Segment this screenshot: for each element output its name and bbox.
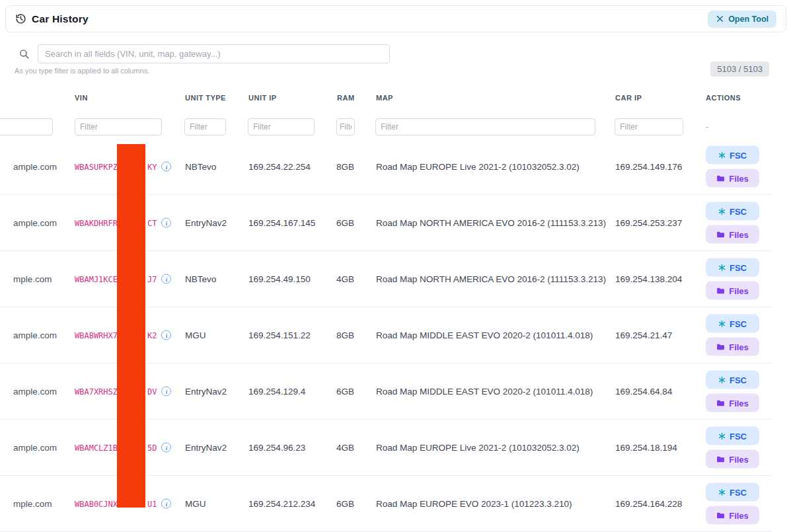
cell-actions: FSC Files xyxy=(706,202,759,244)
fsc-icon xyxy=(718,432,726,439)
folder-icon xyxy=(716,174,725,182)
table-row: ample.com WBAKDHRFR CT i EntryNav2 169.2… xyxy=(0,195,772,251)
cell-map: Road Map EUROPE EVO 2023-1 (101223.3.210… xyxy=(376,499,572,509)
cell-map: Road Map NORTH AMERICA EVO 2016-2 (11115… xyxy=(376,218,606,228)
fsc-button-label: FSC xyxy=(730,319,747,328)
vin-right: 5D xyxy=(147,443,157,452)
info-icon[interactable]: i xyxy=(161,387,171,397)
fsc-button[interactable]: FSC xyxy=(706,146,759,165)
cell-unit-ip: 169.254.49.150 xyxy=(248,274,311,284)
column-header-unit-ip: UNIT IP xyxy=(248,94,277,102)
files-button[interactable]: Files xyxy=(706,169,759,188)
info-icon[interactable]: i xyxy=(161,162,171,172)
column-header-ram: RAM xyxy=(337,94,355,102)
filter-ram[interactable] xyxy=(336,118,355,135)
cell-email: ample.com xyxy=(13,330,57,340)
open-tool-button[interactable]: Open Tool xyxy=(708,11,776,28)
cell-unit-ip: 169.254.151.22 xyxy=(248,330,311,340)
fsc-icon xyxy=(718,376,726,383)
files-button-label: Files xyxy=(729,398,749,408)
fsc-button[interactable]: FSC xyxy=(706,258,759,277)
filter-unit-type[interactable] xyxy=(184,118,226,135)
cell-ram: 8GB xyxy=(330,162,354,172)
info-icon[interactable]: i xyxy=(161,443,171,453)
fsc-icon xyxy=(718,208,726,215)
column-header-unit-type: UNIT TYPE xyxy=(185,94,226,102)
fsc-button[interactable]: FSC xyxy=(706,483,759,502)
vin-left: WBASUPKPZ xyxy=(75,162,118,171)
cell-unit-ip: 169.254.22.254 xyxy=(248,162,311,172)
cell-actions: FSC Files xyxy=(706,483,759,525)
cell-ram: 8GB xyxy=(330,330,354,340)
filter-unit-ip[interactable] xyxy=(248,118,315,135)
cell-unit-type: NBTevo xyxy=(185,162,216,172)
info-icon[interactable]: i xyxy=(161,218,171,228)
files-button[interactable]: Files xyxy=(706,282,759,300)
cell-car-ip: 169.254.253.237 xyxy=(615,218,682,228)
files-button[interactable]: Files xyxy=(706,338,759,356)
fsc-button-label: FSC xyxy=(730,375,747,385)
fsc-button[interactable]: FSC xyxy=(706,427,759,445)
vin-left: WBAMCLZ1B xyxy=(75,443,118,452)
fsc-icon xyxy=(718,320,726,327)
filter-actions-dash: - xyxy=(706,122,708,132)
cell-car-ip: 169.254.18.194 xyxy=(615,443,677,453)
fsc-button[interactable]: FSC xyxy=(706,371,759,389)
cell-actions: FSC Files xyxy=(706,315,759,356)
fsc-icon xyxy=(718,264,726,271)
vin-right: CT xyxy=(147,218,157,227)
files-button[interactable]: Files xyxy=(706,450,759,469)
cell-unit-type: MGU xyxy=(185,330,206,340)
cell-unit-type: EntryNav2 xyxy=(185,218,227,228)
cell-ram: 6GB xyxy=(330,218,354,228)
history-icon xyxy=(15,13,26,24)
files-button-label: Files xyxy=(729,285,749,295)
vin-right: DV xyxy=(147,387,157,396)
table-row: mple.com WBAMJ1KCE J7 i NBTevo 169.254.4… xyxy=(0,251,772,307)
info-icon[interactable]: i xyxy=(161,274,171,284)
files-button-label: Files xyxy=(729,173,749,183)
table-row: mple.com WBAB0CJNX U1 i MGU 169.254.212.… xyxy=(0,476,772,532)
fsc-button-label: FSC xyxy=(730,206,747,216)
files-button[interactable]: Files xyxy=(706,506,759,525)
filter-email[interactable] xyxy=(0,118,53,135)
row-count-badge: 5103 / 5103 xyxy=(710,61,769,77)
search-input[interactable] xyxy=(38,44,390,63)
cell-email: ample.com xyxy=(13,162,57,172)
filter-row: - xyxy=(0,118,793,135)
search-icon xyxy=(19,48,30,59)
filter-car-ip[interactable] xyxy=(615,118,683,135)
files-button-label: Files xyxy=(729,454,749,464)
folder-icon xyxy=(716,455,725,463)
files-button[interactable]: Files xyxy=(706,225,759,244)
info-icon[interactable]: i xyxy=(161,499,171,509)
page-title: Car History xyxy=(32,13,89,25)
cell-car-ip: 169.254.138.204 xyxy=(615,274,682,284)
cell-unit-type: MGU xyxy=(185,499,206,509)
fsc-button-label: FSC xyxy=(730,431,747,441)
cell-ram: 6GB xyxy=(330,499,354,509)
cell-ram: 4GB xyxy=(330,274,354,284)
cell-ram: 4GB xyxy=(330,443,354,453)
cell-map: Road Map MIDDLE EAST EVO 2020-2 (101011.… xyxy=(376,387,593,397)
filter-vin[interactable] xyxy=(75,118,162,135)
column-header-map: MAP xyxy=(376,94,393,102)
info-icon[interactable]: i xyxy=(161,330,171,340)
fsc-button[interactable]: FSC xyxy=(706,202,759,221)
folder-icon xyxy=(716,343,725,350)
fsc-icon xyxy=(718,151,726,159)
vin-right: KY xyxy=(147,162,157,171)
filter-map[interactable] xyxy=(375,118,595,135)
files-button[interactable]: Files xyxy=(706,394,759,412)
cell-unit-ip: 169.254.96.23 xyxy=(248,443,305,453)
cell-email: mple.com xyxy=(13,274,52,284)
vin-left: WBABWRHX7 xyxy=(75,330,118,340)
cell-map: Road Map EUROPE Live 2021-2 (101032052.3… xyxy=(376,443,580,453)
cell-actions: FSC Files xyxy=(706,258,759,300)
fsc-button[interactable]: FSC xyxy=(706,315,759,333)
cell-actions: FSC Files xyxy=(706,427,759,469)
tool-icon xyxy=(716,15,724,23)
vin-right: U1 xyxy=(147,499,157,508)
vin-right: J7 xyxy=(147,274,157,284)
files-button-label: Files xyxy=(729,229,749,239)
